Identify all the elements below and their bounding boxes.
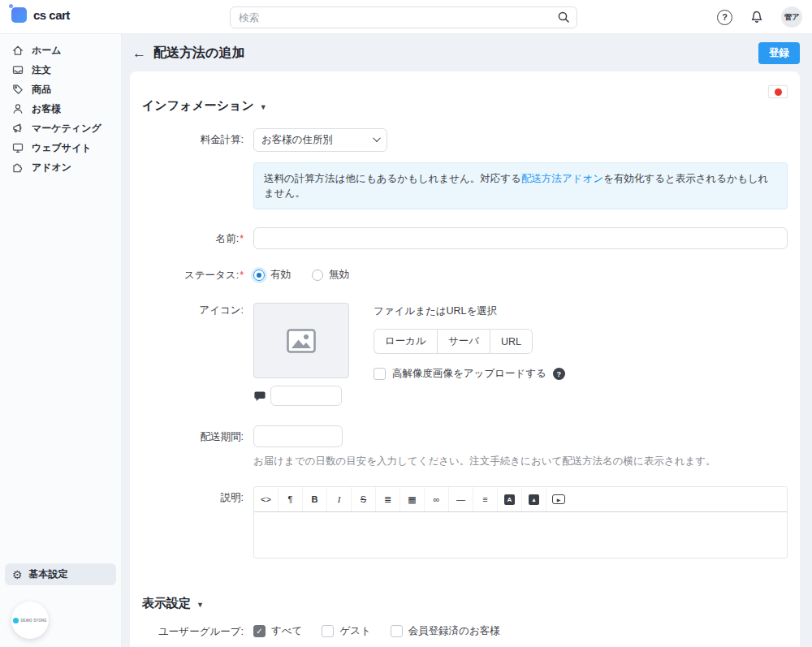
gear-icon: ⚙	[12, 569, 23, 580]
sidebar-item-marketing[interactable]: マーケティング	[0, 119, 121, 138]
inbox-icon	[11, 63, 24, 76]
link-button[interactable]: ∞	[425, 487, 449, 511]
icon-label: アイコン:	[142, 303, 244, 406]
code-view-button[interactable]: <>	[254, 487, 279, 511]
notifications-bell-icon[interactable]	[749, 10, 764, 24]
status-disabled-option[interactable]: 無効	[312, 268, 349, 282]
wysiwyg-editor: <> ¶ B I S ≣ ▦ ∞ — ≡ A ▴ ▶	[253, 486, 788, 559]
cscart-logo[interactable]: cs cart	[11, 7, 70, 23]
sidebar-item-addons[interactable]: アドオン	[0, 157, 121, 177]
tag-icon	[11, 83, 24, 96]
section-information[interactable]: インフォメーション ▼	[142, 98, 788, 114]
name-input[interactable]	[253, 227, 788, 249]
sidebar-item-customers[interactable]: お客様	[0, 99, 121, 119]
align-button[interactable]: ≡	[473, 487, 498, 511]
checkbox-unchecked-icon	[322, 625, 334, 637]
sidebar-item-settings[interactable]: ⚙ 基本設定	[5, 563, 116, 585]
chevron-down-icon	[373, 134, 381, 142]
file-chooser-column: ファイルまたはURLを選択 ローカル サーバ URL 高解像度画像をアップロード…	[374, 303, 565, 406]
bold-button[interactable]: B	[303, 487, 327, 511]
hires-label: 高解像度画像をアップロードする	[392, 367, 546, 381]
store-logo-icon	[13, 618, 19, 623]
horizontal-rule-button[interactable]: —	[449, 487, 473, 511]
icon-upload-column	[253, 303, 349, 406]
sidebar-item-orders[interactable]: 注文	[0, 60, 121, 80]
image-dropzone[interactable]	[253, 303, 349, 378]
sidebar-item-website[interactable]: ウェブサイト	[0, 138, 121, 157]
logo-mark-icon	[11, 7, 27, 23]
rate-calculation-row: 料金計算: お客様の住所別 送料の計算方法は他にもあるかもしれません。対応する配…	[142, 128, 788, 209]
page-title: 配送方法の追加	[153, 45, 244, 62]
language-row	[142, 71, 788, 98]
search-input[interactable]	[230, 6, 577, 28]
save-button[interactable]: 登録	[758, 42, 800, 64]
hires-checkbox-row[interactable]: 高解像度画像をアップロードする ?	[374, 367, 565, 381]
store-switcher[interactable]: DEMO STORE	[11, 602, 49, 639]
group-registered-option[interactable]: 会員登録済のお客様	[391, 624, 500, 638]
table-button[interactable]: ▦	[400, 487, 425, 511]
logo-text: cs cart	[33, 8, 70, 22]
insert-image-button[interactable]: ▴	[522, 487, 546, 511]
monitor-icon	[11, 141, 24, 154]
group-guest-option[interactable]: ゲスト	[322, 624, 370, 638]
user-avatar[interactable]: 管ア	[781, 6, 802, 28]
paragraph-button[interactable]: ¶	[279, 487, 303, 511]
required-mark: *	[240, 233, 244, 244]
section-display[interactable]: 表示設定 ▼	[142, 596, 788, 611]
language-flag-japan-icon[interactable]	[768, 85, 788, 98]
group-all-option[interactable]: ✓ すべて	[253, 624, 302, 638]
settings-label: 基本設定	[29, 567, 68, 581]
search-icon[interactable]	[557, 11, 570, 26]
sidebar-item-label: 注文	[32, 63, 51, 77]
list-button[interactable]: ≣	[376, 487, 400, 511]
sidebar-bottom: ⚙ 基本設定 DEMO STORE	[0, 563, 121, 647]
image-placeholder-icon	[287, 329, 316, 353]
delivery-time-label: 配送期間:	[142, 425, 244, 468]
store-name: DEMO STORE	[20, 619, 46, 623]
alt-text-input[interactable]	[270, 386, 342, 406]
puzzle-icon	[11, 161, 24, 174]
status-active-label: 有効	[270, 268, 291, 282]
section-display-title: 表示設定	[142, 596, 191, 611]
group-registered-label: 会員登録済のお客様	[408, 624, 500, 638]
shipping-addons-link[interactable]: 配送方法アドオン	[521, 173, 603, 184]
back-arrow-icon[interactable]: ←	[132, 46, 146, 60]
user-groups-label: ユーザーグループ:	[142, 624, 244, 639]
font-style-button[interactable]: A	[498, 487, 522, 511]
sidebar-item-label: ウェブサイト	[32, 141, 92, 155]
required-mark: *	[240, 270, 244, 281]
italic-button[interactable]: I	[327, 487, 352, 511]
main-area: ← 配送方法の追加 登録 インフォメーション ▼ 料金計算: お客様の住所別 送…	[122, 34, 812, 647]
help-icon[interactable]: ?	[717, 10, 732, 25]
status-label: ステータス:	[184, 270, 239, 281]
radio-unchecked-icon	[312, 270, 323, 281]
insert-image-icon: ▴	[529, 494, 539, 505]
server-button[interactable]: サーバ	[437, 329, 490, 354]
checkbox-unchecked-icon	[374, 368, 386, 380]
font-style-icon: A	[504, 494, 515, 505]
sidebar: ホーム 注文 商品 お客様 マーケティング ウェブサイト アドオン ⚙ 基本設定…	[0, 34, 122, 647]
chooser-title: ファイルまたはURLを選択	[374, 304, 565, 318]
delivery-time-input[interactable]	[253, 425, 343, 447]
local-button[interactable]: ローカル	[374, 329, 437, 354]
sidebar-item-label: アドオン	[32, 161, 71, 175]
megaphone-icon	[11, 122, 24, 135]
sidebar-item-home[interactable]: ホーム	[0, 41, 121, 60]
upload-source-buttons: ローカル サーバ URL	[374, 329, 565, 354]
sidebar-item-label: 商品	[32, 83, 51, 97]
checkbox-checked-icon: ✓	[253, 625, 266, 637]
status-active-option[interactable]: 有効	[253, 268, 291, 282]
insert-video-button[interactable]: ▶	[546, 487, 571, 511]
form-card: インフォメーション ▼ 料金計算: お客様の住所別 送料の計算方法は他にもあるか…	[130, 71, 800, 647]
url-button[interactable]: URL	[490, 329, 533, 354]
rate-calculation-select[interactable]: お客様の住所別	[253, 128, 387, 152]
description-label: 説明:	[142, 486, 244, 559]
sidebar-item-products[interactable]: 商品	[0, 80, 121, 99]
strikethrough-button[interactable]: S	[352, 487, 376, 511]
header-actions: ? 管ア	[717, 0, 802, 34]
sidebar-item-label: お客様	[32, 102, 61, 116]
description-textarea[interactable]	[254, 512, 787, 558]
delivery-time-hint: お届けまでの日数の目安を入力してください。注文手続きにおいて配送方法名の横に表示…	[253, 455, 788, 468]
collapse-triangle-icon: ▼	[260, 103, 267, 111]
help-badge-icon[interactable]: ?	[553, 368, 565, 380]
